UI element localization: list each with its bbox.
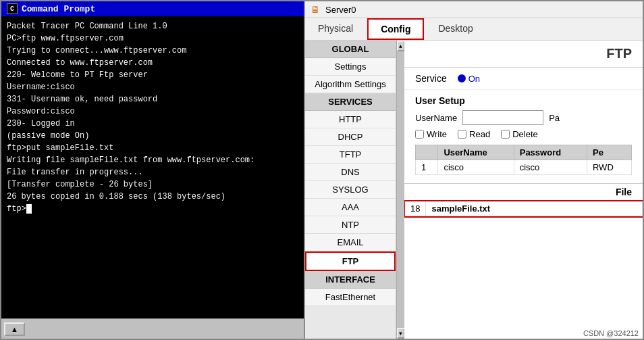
server-tabs: Physical Config Desktop: [305, 18, 643, 41]
read-check[interactable]: [458, 130, 466, 139]
read-label: Read: [469, 129, 490, 139]
cmd-footer: ▲: [1, 318, 309, 339]
panel-title: FTP: [404, 41, 643, 68]
user-setup-title: User Setup: [415, 95, 632, 106]
delete-check[interactable]: [501, 130, 510, 139]
delete-label: Delete: [512, 129, 538, 139]
table-col-username: UserName: [438, 145, 514, 160]
sidebar-item-dns[interactable]: DNS: [305, 164, 396, 181]
file-num: 18: [405, 201, 426, 216]
radio-on-label: On: [468, 74, 480, 84]
sidebar-item-ftp[interactable]: FTP: [305, 251, 396, 271]
sidebar-item-email[interactable]: EMAIL: [305, 234, 396, 251]
file-row: 18 sampleFile.txt: [405, 201, 643, 216]
server-content: GLOBAL Settings Algorithm Settings SERVI…: [305, 41, 643, 339]
cmd-title: Command Prompt: [22, 4, 95, 14]
tab-physical[interactable]: Physical: [305, 18, 366, 40]
row-username: cisco: [438, 160, 514, 175]
watermark: CSDN @324212: [583, 329, 639, 337]
tab-desktop[interactable]: Desktop: [425, 18, 485, 40]
checkboxes-row: Write Read Delete: [415, 129, 632, 139]
user-table: UserName Password Pe 1 cisco cisco RWD: [415, 145, 632, 175]
cmd-footer-btn[interactable]: ▲: [4, 322, 25, 336]
server-titlebar: 🖥 Server0: [305, 1, 643, 18]
write-checkbox[interactable]: Write: [415, 129, 447, 139]
sidebar-item-syslog[interactable]: SYSLOG: [305, 181, 396, 199]
sidebar-item-dhcp[interactable]: DHCP: [305, 128, 396, 146]
tab-config[interactable]: Config: [367, 18, 424, 40]
row-perms: RWD: [587, 160, 631, 175]
sidebar-item-fastethernet[interactable]: FastEthernet: [305, 289, 396, 306]
file-header: File: [404, 184, 643, 201]
sidebar-item-ntp[interactable]: NTP: [305, 216, 396, 234]
file-table: 18 sampleFile.txt: [404, 201, 643, 216]
row-num: 1: [416, 160, 438, 175]
sidebar-interface-label: INTERFACE: [305, 271, 396, 289]
main-panel: FTP Service On User Setup UserName Pa: [404, 41, 643, 339]
sidebar-item-http[interactable]: HTTP: [305, 111, 396, 128]
cmd-titlebar: C Command Prompt: [1, 1, 309, 16]
write-label: Write: [427, 129, 447, 139]
delete-checkbox[interactable]: Delete: [501, 129, 538, 139]
cmd-icon: C: [7, 3, 18, 14]
password-label: Pa: [549, 113, 560, 123]
username-label: UserName: [415, 113, 457, 123]
cmd-window: C Command Prompt Packet Tracer PC Comman…: [0, 0, 311, 340]
service-row: Service On: [404, 68, 643, 90]
sidebar-global-label: GLOBAL: [305, 41, 396, 58]
table-col-num: [416, 145, 438, 160]
username-input[interactable]: [462, 110, 543, 125]
write-check[interactable]: [415, 130, 424, 139]
row-password: cisco: [514, 160, 587, 175]
username-row: UserName Pa: [415, 110, 632, 125]
file-section: File 18 sampleFile.txt: [404, 183, 643, 339]
radio-on[interactable]: On: [458, 74, 480, 84]
sidebar: GLOBAL Settings Algorithm Settings SERVI…: [305, 41, 396, 339]
radio-circle-on: [458, 74, 466, 82]
service-label: Service: [415, 73, 447, 84]
server-window: 🖥 Server0 Physical Config Desktop GLOBAL…: [304, 0, 644, 340]
server-icon: 🖥: [311, 4, 321, 15]
user-setup: User Setup UserName Pa Write Read: [404, 90, 643, 183]
sidebar-item-settings[interactable]: Settings: [305, 58, 396, 76]
file-name: sampleFile.txt: [426, 201, 643, 216]
table-row: 1 cisco cisco RWD: [416, 160, 632, 175]
sidebar-services-label: SERVICES: [305, 93, 396, 111]
table-col-password: Password: [514, 145, 587, 160]
sidebar-scroll-up[interactable]: ▲: [397, 41, 405, 51]
sidebar-item-algorithm-settings[interactable]: Algorithm Settings: [305, 76, 396, 93]
read-checkbox[interactable]: Read: [458, 129, 490, 139]
table-col-perms: Pe: [587, 145, 631, 160]
sidebar-scroll-down[interactable]: ▼: [397, 328, 405, 339]
sidebar-item-tftp[interactable]: TFTP: [305, 146, 396, 164]
server-title: Server0: [325, 5, 356, 15]
cmd-body[interactable]: Packet Tracer PC Command Line 1.0PC>ftp …: [1, 16, 309, 318]
sidebar-item-aaa[interactable]: AAA: [305, 199, 396, 216]
